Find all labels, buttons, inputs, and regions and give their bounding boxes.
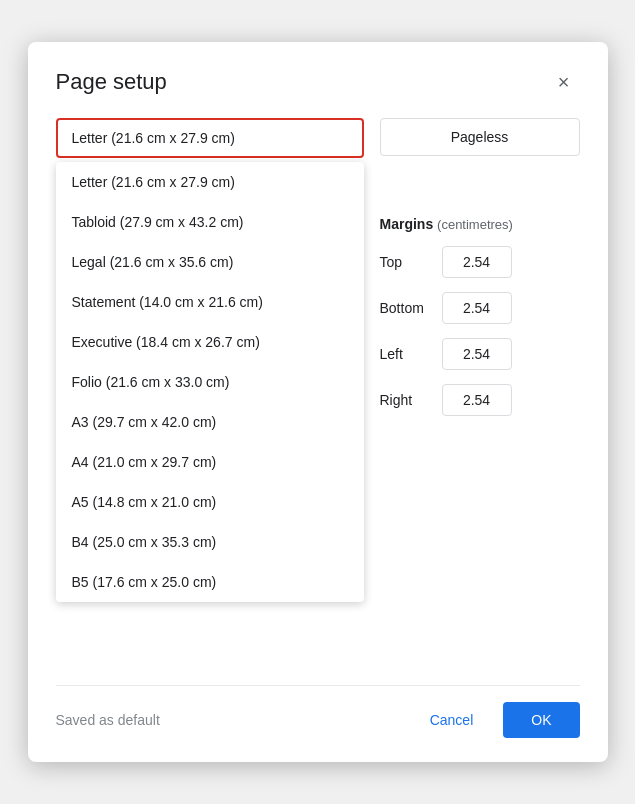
margins-title: Margins (centimetres) <box>380 216 580 232</box>
margin-left-input[interactable] <box>442 338 512 370</box>
margin-left-row: Left <box>380 338 580 370</box>
dialog-header: Page setup × <box>56 66 580 98</box>
margin-bottom-label: Bottom <box>380 300 432 316</box>
ok-button[interactable]: OK <box>503 702 579 738</box>
margin-top-input[interactable] <box>442 246 512 278</box>
margins-subtitle: (centimetres) <box>437 217 513 232</box>
list-item[interactable]: Letter (21.6 cm x 27.9 cm) <box>56 162 364 202</box>
margins-section: Margins (centimetres) Top Bottom Left Ri… <box>380 216 580 430</box>
margin-top-row: Top <box>380 246 580 278</box>
selected-paper-size: Letter (21.6 cm x 27.9 cm) <box>72 130 235 146</box>
list-item[interactable]: A4 (21.0 cm x 29.7 cm) <box>56 442 364 482</box>
pageless-button[interactable]: Pageless <box>380 118 580 156</box>
list-item[interactable]: A5 (14.8 cm x 21.0 cm) <box>56 482 364 522</box>
margin-right-label: Right <box>380 392 432 408</box>
close-button[interactable]: × <box>548 66 580 98</box>
list-item[interactable]: Folio (21.6 cm x 33.0 cm) <box>56 362 364 402</box>
margin-top-label: Top <box>380 254 432 270</box>
margin-bottom-row: Bottom <box>380 292 580 324</box>
list-item[interactable]: Legal (21.6 cm x 35.6 cm) <box>56 242 364 282</box>
list-item[interactable]: B5 (17.6 cm x 25.0 cm) <box>56 562 364 602</box>
list-item[interactable]: Tabloid (27.9 cm x 43.2 cm) <box>56 202 364 242</box>
right-panel: Pageless Margins (centimetres) Top Botto… <box>380 118 580 653</box>
list-item[interactable]: B4 (25.0 cm x 35.3 cm) <box>56 522 364 562</box>
paper-size-dropdown: Letter (21.6 cm x 27.9 cm) Tabloid (27.9… <box>56 162 364 602</box>
paper-size-area: Letter (21.6 cm x 27.9 cm) Letter (21.6 … <box>56 118 364 653</box>
list-item[interactable]: Executive (18.4 cm x 26.7 cm) <box>56 322 364 362</box>
cancel-button[interactable]: Cancel <box>410 702 494 738</box>
list-item[interactable]: Statement (14.0 cm x 21.6 cm) <box>56 282 364 322</box>
margin-right-input[interactable] <box>442 384 512 416</box>
saved-as-default-text: Saved as default <box>56 712 160 728</box>
dialog-title: Page setup <box>56 69 167 95</box>
dialog-footer: Saved as default Cancel OK <box>56 685 580 738</box>
paper-size-trigger[interactable]: Letter (21.6 cm x 27.9 cm) <box>56 118 364 158</box>
margin-left-label: Left <box>380 346 432 362</box>
margin-right-row: Right <box>380 384 580 416</box>
content-row: Letter (21.6 cm x 27.9 cm) Letter (21.6 … <box>56 118 580 653</box>
footer-buttons: Cancel OK <box>410 702 580 738</box>
list-item[interactable]: A3 (29.7 cm x 42.0 cm) <box>56 402 364 442</box>
margin-bottom-input[interactable] <box>442 292 512 324</box>
page-setup-dialog: Page setup × Letter (21.6 cm x 27.9 cm) … <box>28 42 608 762</box>
